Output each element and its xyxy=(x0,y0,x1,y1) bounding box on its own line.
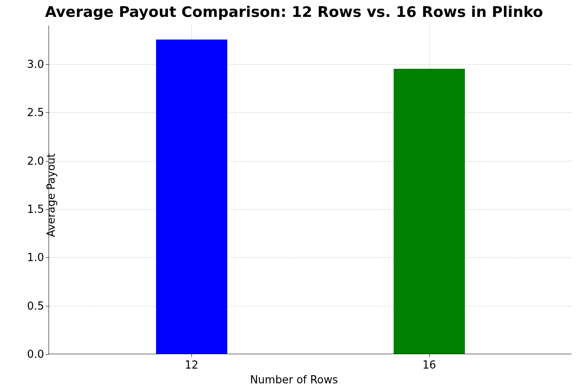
y-tick-mark xyxy=(46,354,49,355)
y-tick-label: 0.5 xyxy=(27,300,44,312)
plot-area: 0.00.51.01.52.02.53.01216 xyxy=(49,26,572,354)
y-tick-mark xyxy=(46,209,49,210)
x-axis-label: Number of Rows xyxy=(0,374,588,386)
y-tick-mark xyxy=(46,161,49,161)
y-tick-label: 3.0 xyxy=(27,58,44,70)
gridline-h xyxy=(49,209,572,210)
chart-title: Average Payout Comparison: 12 Rows vs. 1… xyxy=(0,3,588,20)
gridline-h xyxy=(49,161,572,161)
y-tick-mark xyxy=(46,257,49,258)
y-tick-label: 1.0 xyxy=(27,251,44,264)
x-tick-label: 12 xyxy=(185,359,198,371)
gridline-h xyxy=(49,257,572,258)
chart-container: Average Payout Comparison: 12 Rows vs. 1… xyxy=(0,0,588,390)
y-tick-label: 1.5 xyxy=(27,203,44,215)
x-tick-mark xyxy=(191,354,192,357)
x-tick-label: 16 xyxy=(422,359,436,371)
y-tick-label: 2.5 xyxy=(27,106,44,119)
bar-16 xyxy=(394,69,465,354)
y-tick-label: 0.0 xyxy=(27,348,44,360)
x-tick-mark xyxy=(429,354,430,357)
y-tick-mark xyxy=(46,64,49,65)
gridline-h xyxy=(49,112,572,113)
y-tick-mark xyxy=(46,112,49,113)
y-tick-label: 2.0 xyxy=(27,155,44,167)
bar-12 xyxy=(156,40,227,354)
gridline-h xyxy=(49,64,572,65)
gridline-h xyxy=(49,306,572,306)
y-tick-mark xyxy=(46,306,49,306)
